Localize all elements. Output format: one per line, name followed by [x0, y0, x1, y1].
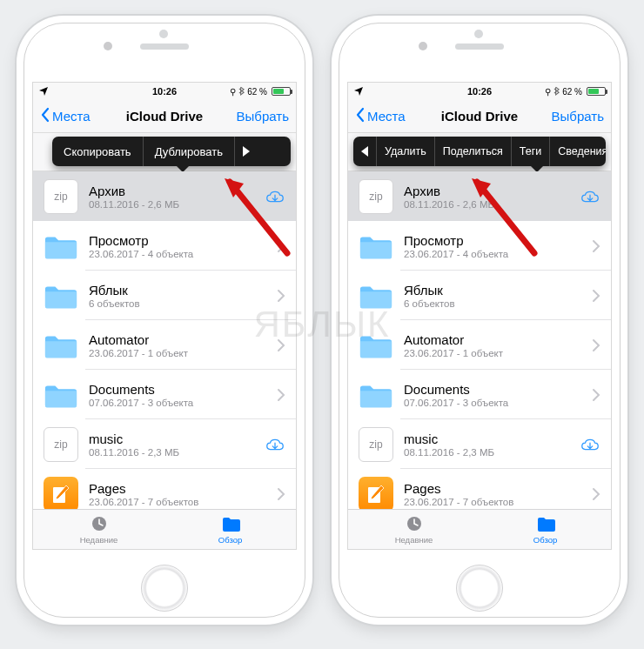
chevron-right-icon[interactable]	[592, 338, 611, 352]
ctx-duplicate[interactable]: Дублировать	[144, 137, 235, 166]
bluetooth-icon	[553, 86, 560, 97]
tab-recent[interactable]: Недавние	[348, 510, 480, 549]
file-meta: 23.06.2017 - 1 объект	[89, 348, 277, 358]
file-row[interactable]: Documents 07.06.2017 - 3 объекта	[348, 370, 611, 419]
download-from-cloud-icon[interactable]	[265, 188, 296, 205]
tab-recent-label: Недавние	[395, 535, 433, 545]
back-button[interactable]: Места	[40, 107, 91, 125]
folder-icon	[359, 229, 393, 264]
chevron-right-icon[interactable]	[277, 338, 296, 352]
file-name: Documents	[89, 382, 277, 398]
zip-icon: zip	[359, 179, 393, 214]
file-name: Automator	[404, 332, 592, 348]
ctx-delete[interactable]: Удалить	[377, 137, 435, 166]
nav-bar: Места iCloud Drive Выбрать	[33, 100, 296, 133]
file-row[interactable]: Просмотр 23.06.2017 - 4 объекта	[33, 221, 296, 271]
file-name: Просмотр	[404, 233, 592, 249]
file-name: Просмотр	[89, 233, 277, 249]
clock: 10:26	[467, 86, 492, 97]
file-row[interactable]: Automator 23.06.2017 - 1 объект	[33, 320, 296, 370]
file-name: music	[404, 432, 580, 447]
chevron-right-icon[interactable]	[592, 289, 611, 303]
download-from-cloud-icon[interactable]	[580, 436, 611, 453]
file-name: Documents	[404, 382, 592, 398]
screen: 10:26 ⚲ 62 % Места iCloud Drive Выбрать	[347, 82, 612, 550]
ctx-share[interactable]: Поделиться	[435, 137, 512, 166]
chevron-right-icon[interactable]	[277, 289, 296, 303]
ctx-next-icon[interactable]	[235, 137, 258, 166]
page-title: iCloud Drive	[126, 109, 203, 124]
file-row[interactable]: Яблык 6 объектов	[33, 271, 296, 320]
airplane-mode-icon	[353, 86, 364, 97]
select-button[interactable]: Выбрать	[237, 109, 289, 124]
file-meta: 23.06.2017 - 7 объектов	[404, 497, 592, 507]
tab-browse-label: Обзор	[533, 535, 557, 545]
ctx-copy[interactable]: Скопировать	[52, 137, 144, 166]
tab-recent[interactable]: Недавние	[33, 510, 164, 549]
folder-icon	[220, 515, 241, 534]
tab-recent-label: Недавние	[80, 535, 118, 545]
file-meta: 23.06.2017 - 4 объекта	[89, 249, 277, 259]
file-name: Pages	[404, 481, 592, 497]
folder-icon	[44, 278, 78, 313]
context-menu-row: Скопировать Дублировать	[33, 133, 296, 171]
battery-percent: 62 %	[247, 87, 267, 97]
file-meta: 6 объектов	[404, 298, 592, 309]
tab-browse[interactable]: Обзор	[164, 510, 296, 549]
folder-icon	[535, 515, 556, 534]
clock-icon	[89, 515, 110, 534]
context-menu-row: Удалить Поделиться Теги Сведения	[348, 133, 611, 171]
chevron-right-icon[interactable]	[592, 239, 611, 253]
file-row[interactable]: zip Архив 08.11.2016 - 2,6 МБ	[348, 171, 611, 221]
back-label: Места	[367, 109, 406, 124]
file-row[interactable]: Documents 07.06.2017 - 3 объекта	[33, 370, 296, 419]
context-menu: Удалить Поделиться Теги Сведения	[353, 137, 606, 166]
file-meta: 08.11.2016 - 2,6 МБ	[89, 199, 265, 210]
folder-icon	[44, 328, 78, 363]
file-name: Архив	[404, 184, 580, 199]
pages-app-icon	[359, 477, 393, 512]
bluetooth-icon	[238, 86, 245, 97]
select-button[interactable]: Выбрать	[552, 109, 604, 124]
folder-icon	[359, 278, 393, 313]
chevron-right-icon[interactable]	[277, 239, 296, 253]
folder-icon	[359, 378, 393, 412]
folder-icon	[44, 378, 78, 412]
ctx-info[interactable]: Сведения	[550, 137, 606, 166]
file-list[interactable]: zip Архив 08.11.2016 - 2,6 МБ Просмотр 2…	[33, 171, 296, 519]
home-button[interactable]	[141, 565, 188, 612]
ctx-prev-icon[interactable]	[353, 137, 377, 166]
file-row[interactable]: zip Архив 08.11.2016 - 2,6 МБ	[33, 171, 296, 221]
file-name: Automator	[89, 332, 277, 348]
chevron-right-icon[interactable]	[277, 388, 296, 402]
chevron-right-icon[interactable]	[592, 487, 611, 501]
chevron-right-icon[interactable]	[592, 388, 611, 402]
file-meta: 07.06.2017 - 3 объекта	[89, 398, 277, 408]
tab-browse[interactable]: Обзор	[480, 510, 611, 549]
file-row[interactable]: zip music 08.11.2016 - 2,3 МБ	[33, 419, 296, 469]
zip-icon: zip	[44, 179, 78, 214]
phone-left: 10:26 ⚲ 62 % Места iCloud Drive Выбрать	[17, 16, 312, 625]
airplane-mode-icon	[38, 86, 49, 97]
ctx-tags[interactable]: Теги	[512, 137, 550, 166]
home-button[interactable]	[456, 565, 503, 612]
tab-browse-label: Обзор	[218, 535, 242, 545]
file-list[interactable]: zip Архив 08.11.2016 - 2,6 МБ Просмотр 2…	[348, 171, 611, 519]
file-name: music	[89, 432, 265, 447]
back-label: Места	[52, 109, 91, 124]
file-row[interactable]: zip music 08.11.2016 - 2,3 МБ	[348, 419, 611, 469]
nav-bar: Места iCloud Drive Выбрать	[348, 100, 611, 133]
file-row[interactable]: Яблык 6 объектов	[348, 271, 611, 320]
file-row[interactable]: Просмотр 23.06.2017 - 4 объекта	[348, 221, 611, 271]
file-meta: 23.06.2017 - 4 объекта	[404, 249, 592, 259]
file-row[interactable]: Automator 23.06.2017 - 1 объект	[348, 320, 611, 370]
chevron-left-icon	[40, 107, 50, 125]
file-name: Яблык	[89, 283, 277, 298]
chevron-right-icon[interactable]	[277, 487, 296, 501]
download-from-cloud-icon[interactable]	[580, 188, 611, 205]
file-name: Яблык	[404, 283, 592, 298]
file-name: Pages	[89, 481, 277, 497]
file-meta: 23.06.2017 - 1 объект	[404, 348, 592, 358]
download-from-cloud-icon[interactable]	[265, 436, 296, 453]
back-button[interactable]: Места	[355, 107, 406, 125]
